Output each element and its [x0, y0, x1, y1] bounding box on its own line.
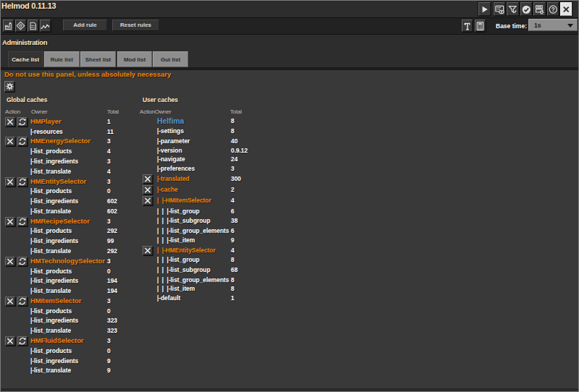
- svg-text:?: ?: [551, 6, 554, 12]
